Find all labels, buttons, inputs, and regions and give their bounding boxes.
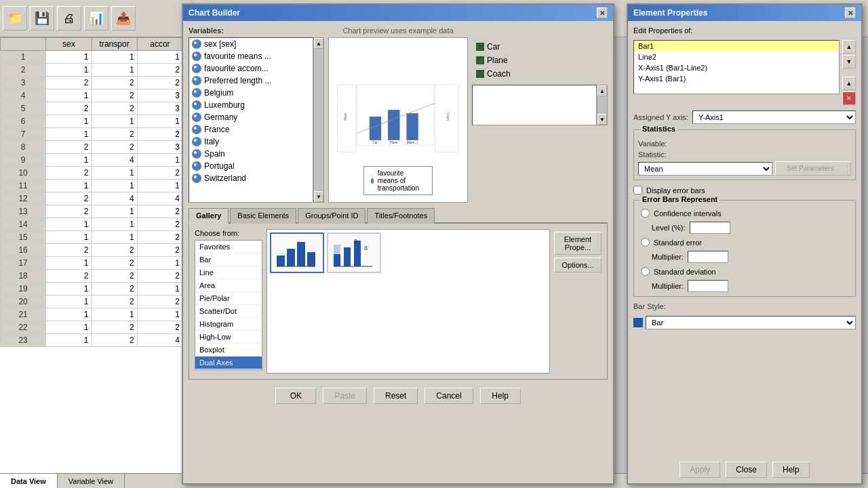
table-row: 12244 — [1, 192, 183, 205]
assigned-y-axis-select[interactable]: Y-Axis1 Y-Axis2 — [692, 110, 856, 124]
multiplier1-input[interactable]: 2 — [688, 251, 728, 263]
display-error-bars-checkbox[interactable] — [633, 186, 642, 195]
nav-down-button[interactable]: ▼ — [842, 55, 856, 68]
variable-view-tab[interactable]: Variable View — [58, 474, 125, 488]
cancel-button[interactable]: Cancel — [425, 388, 473, 404]
save-button[interactable]: 💾 — [30, 6, 54, 30]
multiplier2-input[interactable]: 2 — [688, 280, 728, 292]
gallery-category-item[interactable]: Favorites — [195, 241, 262, 253]
table-row: 6111 — [1, 115, 183, 128]
bar-style-select[interactable]: Bar 3D Bar Cylinder — [646, 316, 856, 329]
gallery-item-1[interactable] — [270, 232, 324, 273]
reset-button[interactable]: Reset — [374, 388, 418, 404]
props-list-item[interactable]: Y-Axis1 (Bar1) — [634, 73, 839, 84]
confidence-level-label: Level (%): — [652, 224, 686, 232]
data-view-tab[interactable]: Data View — [0, 474, 58, 488]
confidence-level-input[interactable]: 95 — [690, 222, 730, 234]
element-properties-button[interactable]: ElementPrope... — [554, 232, 601, 255]
variable-item[interactable]: Luxemburg — [189, 99, 313, 111]
props-list-item[interactable]: X-Axis1 (Bar1-Line2) — [634, 62, 839, 73]
variable-label: Switzerland — [204, 174, 246, 183]
gallery-category-item[interactable]: Boxplot — [195, 344, 262, 357]
variables-listbox[interactable]: sex [sex]favourite means ...favourite ac… — [189, 37, 313, 203]
svg-text:Count: Count — [446, 113, 450, 121]
gallery-category-item[interactable]: Bar — [195, 253, 262, 266]
table-row: 5223 — [1, 102, 183, 115]
set-parameters-button[interactable]: Set Parameters... — [775, 161, 851, 176]
options-button[interactable]: Options... — [554, 258, 601, 272]
variable-label: favourite accom... — [204, 64, 269, 73]
col-header-transpor[interactable]: transpor — [92, 38, 137, 51]
gallery-category-item[interactable]: Line — [195, 266, 262, 279]
col-header-sex[interactable]: sex — [46, 38, 92, 51]
variable-item[interactable]: Switzerland — [189, 172, 313, 184]
nav-remove-button[interactable]: ✕ — [842, 92, 856, 105]
nav-up-button[interactable]: ▲ — [842, 40, 856, 54]
paste-button[interactable]: Paste — [323, 388, 367, 404]
tab-titles-footnotes[interactable]: Titles/Footnotes — [367, 208, 435, 224]
variable-item[interactable]: favourite means ... — [189, 50, 313, 62]
variable-item[interactable]: Spain — [189, 148, 313, 160]
props-list-item[interactable]: Bar1 — [634, 41, 839, 52]
apply-button[interactable]: Apply — [679, 462, 720, 478]
element-props-title: Element Properties — [633, 8, 707, 18]
category-item[interactable]: Car — [472, 40, 608, 54]
category-item[interactable]: Plane — [472, 54, 608, 67]
variable-item[interactable]: Italy — [189, 136, 313, 148]
gallery-category-item[interactable]: Pie/Polar — [195, 292, 262, 305]
scroll-up-btn[interactable]: ▲ — [314, 38, 323, 49]
folder-button[interactable]: 📁 — [3, 6, 27, 30]
cat-scroll-down[interactable]: ▼ — [597, 114, 607, 125]
gallery-category-item[interactable]: Dual Axes — [195, 357, 262, 369]
layout-button[interactable]: 📊 — [84, 6, 108, 30]
variable-item[interactable]: Portugal — [189, 160, 313, 172]
svg-text:[More...]: [More...] — [407, 141, 418, 144]
ok-button[interactable]: OK — [275, 388, 316, 404]
statistic-select[interactable]: Mean Median Count Sum — [638, 162, 772, 176]
variable-item[interactable]: favourite accom... — [189, 62, 313, 75]
variable-label: sex [sex] — [204, 39, 236, 49]
variable-label: France — [204, 125, 229, 134]
export-button[interactable]: 📤 — [111, 6, 136, 30]
confidence-radio[interactable] — [641, 209, 650, 218]
dialog-buttons: OK Paste Reset Cancel Help — [189, 384, 608, 408]
variable-label: Spain — [204, 149, 225, 159]
gallery-grid[interactable]: 8 8 — [267, 229, 550, 373]
gallery-item-2[interactable]: 8 8 — [327, 232, 381, 273]
gallery-category-item[interactable]: Area — [195, 279, 262, 292]
variable-icon — [192, 125, 201, 134]
help-button[interactable]: Help — [480, 388, 521, 404]
category-item[interactable]: Coach — [472, 67, 608, 81]
nav-add-button[interactable]: ▲ — [842, 77, 856, 90]
scroll-down-btn[interactable]: ▼ — [314, 191, 323, 202]
variable-icon — [192, 52, 201, 61]
variable-item[interactable]: Germany — [189, 111, 313, 123]
table-row: 17121 — [1, 257, 183, 270]
table-row: 18222 — [1, 270, 183, 283]
tab-gallery[interactable]: Gallery — [189, 208, 229, 224]
gallery-category-list[interactable]: FavoritesBarLineAreaPie/PolarScatter/Dot… — [195, 240, 262, 370]
properties-listbox[interactable]: Bar1Line2X-Axis1 (Bar1-Line2)Y-Axis1 (Ba… — [633, 40, 840, 94]
props-list-item[interactable]: Line2 — [634, 52, 839, 62]
std-dev-radio[interactable] — [641, 267, 650, 276]
help-props-button[interactable]: Help — [772, 462, 810, 478]
svg-text:Mean: Mean — [344, 113, 347, 121]
std-error-radio[interactable] — [641, 238, 650, 247]
close-props-button[interactable]: Close — [726, 462, 767, 478]
gallery-category-item[interactable]: High-Low — [195, 331, 262, 344]
tab-basic-elements[interactable]: Basic Elements — [230, 208, 296, 224]
variable-item[interactable]: Belgium — [189, 87, 313, 99]
gallery-category-item[interactable]: Scatter/Dot — [195, 305, 262, 318]
chart-builder-close-button[interactable]: ✕ — [597, 7, 608, 18]
variable-label: Germany — [204, 113, 237, 122]
categories-listbox[interactable] — [472, 85, 597, 125]
cat-scroll-up[interactable]: ▲ — [597, 85, 607, 96]
variable-item[interactable]: Preferred length ... — [189, 75, 313, 87]
element-props-close-button[interactable]: ✕ — [845, 7, 856, 18]
col-header-accor[interactable]: accor — [137, 38, 182, 51]
print-button[interactable]: 🖨 — [57, 6, 81, 30]
tab-groups-point-id[interactable]: Groups/Point ID — [298, 208, 366, 224]
variable-item[interactable]: sex [sex] — [189, 38, 313, 50]
gallery-category-item[interactable]: Histogram — [195, 318, 262, 331]
variable-item[interactable]: France — [189, 123, 313, 136]
